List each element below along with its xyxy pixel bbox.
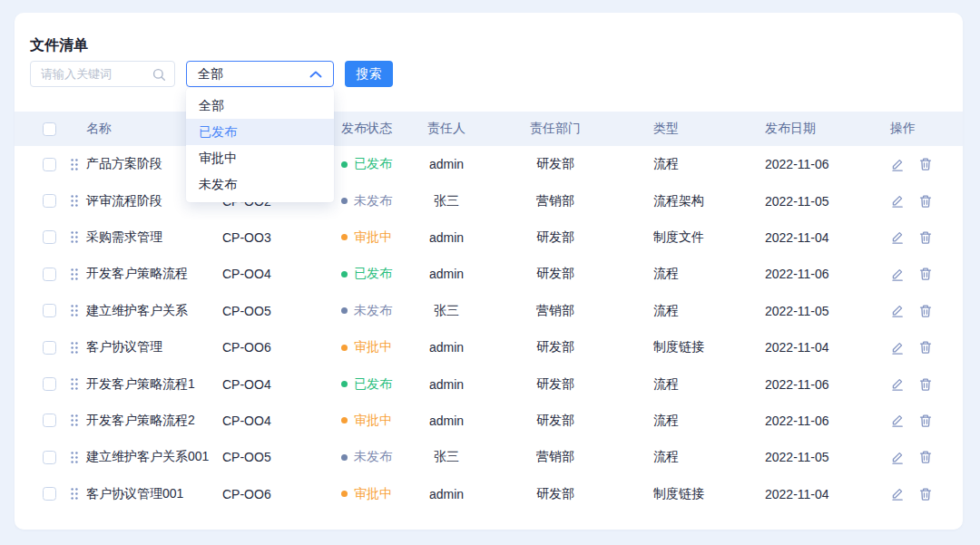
cell-status: 已发布 xyxy=(336,156,417,172)
row-checkbox[interactable] xyxy=(43,451,56,464)
drag-handle-icon[interactable] xyxy=(71,195,78,207)
delete-button[interactable] xyxy=(918,487,933,501)
delete-button[interactable] xyxy=(918,304,933,318)
row-checkbox[interactable] xyxy=(43,414,56,427)
row-checkbox[interactable] xyxy=(43,230,56,244)
delete-button[interactable] xyxy=(918,414,933,428)
table-header: 名称 发布状态 责任人 责任部门 类型 发布日期 操作 xyxy=(15,112,963,146)
status-label: 已发布 xyxy=(354,156,392,172)
dropdown-option-4[interactable]: 未发布 xyxy=(186,171,334,198)
delete-button[interactable] xyxy=(918,157,933,171)
edit-pencil-icon xyxy=(890,193,905,209)
trash-icon xyxy=(918,450,933,464)
row-checkbox[interactable] xyxy=(43,377,56,391)
cell-status: 审批中 xyxy=(336,339,417,355)
status-dot-icon xyxy=(341,307,348,314)
cell-dept: 研发部 xyxy=(475,266,635,282)
edit-button[interactable] xyxy=(890,267,905,282)
status-label: 未发布 xyxy=(354,449,392,465)
cell-type: 流程架构 xyxy=(635,193,753,209)
row-checkbox[interactable] xyxy=(43,158,56,171)
status-dot-icon xyxy=(341,417,348,423)
cell-status: 未发布 xyxy=(336,193,417,209)
cell-dept: 研发部 xyxy=(475,486,635,502)
trash-icon xyxy=(918,157,933,171)
status-filter-select[interactable]: 全部 xyxy=(186,61,334,87)
cell-type: 流程 xyxy=(635,156,753,172)
row-checkbox[interactable] xyxy=(43,341,56,355)
cell-name: 评审流程阶段 xyxy=(86,193,162,209)
edit-button[interactable] xyxy=(890,157,905,172)
select-all-checkbox[interactable] xyxy=(43,122,56,136)
delete-button[interactable] xyxy=(918,340,933,355)
drag-handle-icon[interactable] xyxy=(71,305,78,316)
drag-handle-icon[interactable] xyxy=(71,231,78,243)
cell-status: 已发布 xyxy=(336,376,417,393)
delete-button[interactable] xyxy=(918,267,933,281)
cell-dept: 研发部 xyxy=(475,413,635,429)
drag-handle-icon[interactable] xyxy=(71,378,78,390)
edit-button[interactable] xyxy=(890,450,905,465)
cell-dept: 研发部 xyxy=(475,229,635,246)
drag-handle-icon[interactable] xyxy=(71,159,78,170)
cell-code: CP-OO6 xyxy=(209,487,336,501)
drag-handle-icon[interactable] xyxy=(71,268,78,280)
cell-date: 2022-11-04 xyxy=(753,340,871,355)
trash-icon xyxy=(918,414,933,428)
status-dot-icon xyxy=(341,161,348,168)
trash-icon xyxy=(918,194,933,209)
trash-icon xyxy=(918,267,933,281)
cell-date: 2022-11-06 xyxy=(753,377,871,392)
delete-button[interactable] xyxy=(918,194,933,209)
row-checkbox[interactable] xyxy=(43,194,56,208)
edit-button[interactable] xyxy=(890,229,905,245)
cell-type: 流程 xyxy=(635,303,753,319)
cell-date: 2022-11-04 xyxy=(753,230,871,245)
edit-button[interactable] xyxy=(890,413,905,428)
drag-handle-icon[interactable] xyxy=(71,488,78,500)
table-row-10: 客户协议管理001 CP-OO6 审批中 admin 研发部 制度链接 2022… xyxy=(15,476,963,512)
search-button[interactable]: 搜索 xyxy=(345,61,393,87)
drag-handle-icon[interactable] xyxy=(71,452,78,463)
toolbar: 全部 搜索 xyxy=(30,61,393,87)
cell-owner: admin xyxy=(417,377,475,392)
drag-handle-icon[interactable] xyxy=(71,342,78,354)
status-dot-icon xyxy=(341,454,348,461)
cell-code: CP-OO4 xyxy=(209,377,336,392)
table-row-4: 开发客户策略流程 CP-OO4 已发布 admin 研发部 流程 2022-11… xyxy=(15,256,963,292)
col-header-actions: 操作 xyxy=(871,121,963,137)
drag-handle-icon[interactable] xyxy=(71,414,78,426)
cell-date: 2022-11-06 xyxy=(753,267,871,281)
trash-icon xyxy=(918,377,933,392)
cell-owner: admin xyxy=(417,487,475,501)
dropdown-option-1[interactable]: 全部 xyxy=(186,92,334,119)
row-checkbox[interactable] xyxy=(43,268,56,281)
cell-dept: 营销部 xyxy=(475,193,635,209)
edit-button[interactable] xyxy=(890,193,905,209)
cell-dept: 营销部 xyxy=(475,449,635,465)
edit-button[interactable] xyxy=(890,376,905,392)
delete-button[interactable] xyxy=(918,230,933,245)
cell-name: 开发客户策略流程 xyxy=(86,266,188,282)
table-row-5: 建立维护客户关系 CP-OO5 未发布 张三 营销部 流程 2022-11-05 xyxy=(15,293,963,329)
cell-name: 产品方案阶段 xyxy=(86,156,162,172)
cell-name: 客户协议管理001 xyxy=(86,486,183,502)
dropdown-option-2[interactable]: 已发布 xyxy=(186,119,334,145)
dropdown-option-3[interactable]: 审批中 xyxy=(186,145,334,171)
cell-owner: 张三 xyxy=(417,193,475,209)
edit-button[interactable] xyxy=(890,303,905,318)
cell-owner: admin xyxy=(417,340,475,355)
edit-pencil-icon xyxy=(890,229,905,245)
delete-button[interactable] xyxy=(918,377,933,392)
edit-pencil-icon xyxy=(890,340,905,355)
status-dot-icon xyxy=(341,491,348,497)
edit-button[interactable] xyxy=(890,486,905,501)
row-checkbox[interactable] xyxy=(43,304,56,317)
cell-owner: 张三 xyxy=(417,449,475,465)
edit-button[interactable] xyxy=(890,340,905,355)
cell-name: 开发客户策略流程1 xyxy=(86,376,195,393)
row-checkbox[interactable] xyxy=(43,487,56,501)
edit-pencil-icon xyxy=(890,267,905,282)
status-filter-dropdown: 全部已发布审批中未发布 xyxy=(186,88,334,202)
delete-button[interactable] xyxy=(918,450,933,464)
